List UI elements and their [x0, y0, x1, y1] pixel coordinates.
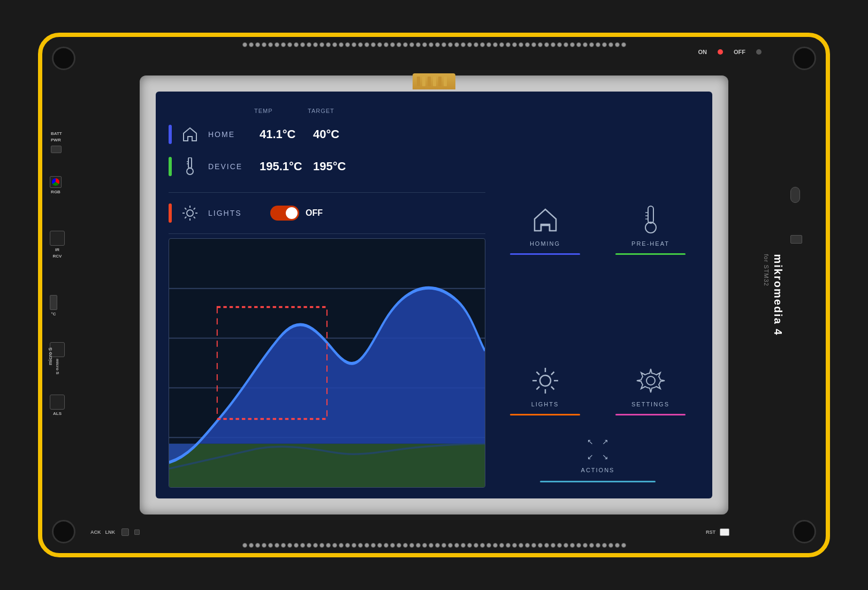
home-temp: 41.1°C — [260, 127, 313, 141]
pin-top — [384, 42, 389, 47]
pin-bottom — [551, 543, 555, 548]
actions-label: ACTIONS — [581, 467, 615, 473]
svg-rect-0 — [188, 157, 192, 168]
lights-nav-icon — [529, 365, 561, 397]
rst-label: RST — [706, 530, 715, 535]
lights-button[interactable]: LIGHTS — [496, 269, 594, 422]
pin-bottom — [454, 543, 459, 548]
pin-top — [499, 42, 504, 47]
pin-top — [275, 42, 279, 47]
pin-bottom — [499, 543, 504, 548]
temp-col-header: TEMP — [254, 108, 308, 114]
preheat-underline — [615, 253, 685, 255]
corner-hole-br — [793, 520, 816, 543]
batt-label: BATT — [51, 131, 62, 137]
pin-bottom — [596, 543, 600, 548]
pin-top — [242, 42, 247, 47]
pin-bottom — [557, 543, 562, 548]
svg-point-3 — [187, 168, 193, 175]
pin-top — [313, 42, 318, 47]
lights-underline — [510, 414, 580, 415]
actions-button[interactable]: ↖ ↗ ↙ ↘ ACTIONS — [496, 430, 699, 488]
arrow-bl: ↙ — [584, 451, 596, 463]
corner-hole-tr — [793, 47, 816, 70]
pin-bottom — [339, 543, 344, 548]
homing-button[interactable]: HOMING — [496, 108, 594, 261]
pin-bottom — [621, 543, 626, 548]
pin-bottom — [287, 543, 292, 548]
pin-top — [326, 42, 331, 47]
homing-icon — [529, 204, 561, 236]
rgb-label: RGB — [51, 190, 60, 194]
home-sensor-name: HOME — [208, 130, 251, 139]
pin-top — [576, 42, 581, 47]
toggle-container[interactable]: OFF — [270, 206, 323, 221]
batt-pwr-label: BATT PWR — [51, 131, 62, 153]
pin-top — [493, 42, 498, 47]
lights-toggle[interactable] — [270, 206, 299, 221]
off-indicator — [756, 49, 762, 55]
pin-bottom — [313, 543, 318, 548]
pin-bottom — [416, 543, 421, 548]
svg-line-30 — [551, 372, 554, 375]
pin-top — [551, 42, 555, 47]
pin-bottom — [377, 543, 382, 548]
pin-bottom — [602, 543, 607, 548]
pin-bottom — [352, 543, 356, 548]
home-sensor-values: 41.1°C 40°C — [260, 127, 485, 141]
pin-top — [281, 42, 286, 47]
pin-bottom — [435, 543, 440, 548]
pin-bottom — [564, 543, 568, 548]
pin-bottom — [390, 543, 395, 548]
settings-label: SETTINGS — [631, 401, 669, 407]
home-color-bar — [169, 125, 172, 144]
chart-area — [169, 238, 485, 488]
als-label: ALS — [53, 411, 62, 416]
svg-point-32 — [646, 376, 655, 385]
right-connector — [790, 235, 802, 244]
rcv-label: RCV — [53, 254, 62, 259]
pin-top — [300, 42, 305, 47]
toggle-knob — [286, 207, 298, 219]
pin-top — [480, 42, 485, 47]
corner-hole-bl — [52, 520, 75, 543]
pin-top — [583, 42, 588, 47]
pin-top — [409, 42, 414, 47]
pin-bottom — [429, 543, 433, 548]
pin-top — [512, 42, 517, 47]
pin-bottom — [467, 543, 472, 548]
preheat-button[interactable]: PRE-HEAT — [601, 108, 699, 261]
pin-top — [544, 42, 549, 47]
display-container: TEMP TARGET HOME — [140, 75, 728, 515]
pin-bottom — [461, 543, 466, 548]
pin-top — [615, 42, 620, 47]
lnk-label: LNK — [105, 530, 116, 535]
settings-button[interactable]: SETTINGS — [601, 269, 699, 422]
svg-rect-18 — [648, 206, 653, 223]
pin-top — [589, 42, 594, 47]
pin-top — [249, 42, 254, 47]
on-label: ON — [698, 49, 707, 55]
svg-line-31 — [536, 387, 539, 390]
pin-top — [345, 42, 350, 47]
pin-bottom — [281, 543, 286, 548]
pin-bottom — [531, 543, 536, 548]
target-col-header: TARGET — [308, 108, 361, 114]
pin-bottom — [474, 543, 478, 548]
pin-bottom — [397, 543, 401, 548]
headphone-jack — [790, 187, 800, 203]
pin-bottom — [576, 543, 581, 548]
lcd-screen: TEMP TARGET HOME — [156, 92, 712, 498]
pin-bottom — [608, 543, 613, 548]
corner-hole-tl — [52, 47, 75, 70]
device-target: 195°C — [313, 160, 367, 173]
svg-line-10 — [194, 217, 195, 218]
sensor-section: TEMP TARGET HOME — [169, 108, 485, 183]
pin-bottom — [403, 543, 408, 548]
onoff-area: ON OFF — [698, 49, 762, 55]
svg-line-28 — [536, 372, 539, 375]
pin-top — [448, 42, 453, 47]
pin-top — [319, 42, 324, 47]
homing-label: HOMING — [530, 240, 560, 247]
pin-top — [506, 42, 511, 47]
